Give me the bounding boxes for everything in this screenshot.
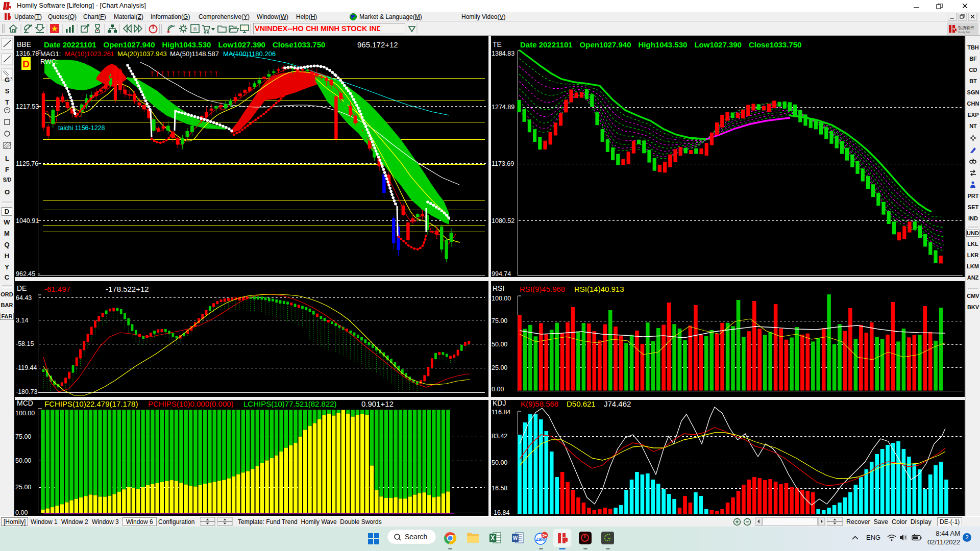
svg-text:962.45: 962.45 [16, 270, 35, 277]
svg-text:1384.83: 1384.83 [492, 50, 514, 57]
svg-text:MA(50)1148.587: MA(50)1148.587 [170, 50, 219, 58]
svg-text:50.00: 50.00 [492, 459, 507, 466]
svg-text:n: n [193, 26, 197, 32]
svg-text:J74.462: J74.462 [604, 400, 631, 408]
svg-text:MCD: MCD [17, 400, 33, 407]
svg-text:taichi 1156-1228: taichi 1156-1228 [58, 124, 105, 132]
svg-text:-119.44: -119.44 [16, 364, 37, 371]
svg-text:FCHIPS(10)22.479(17.178): FCHIPS(10)22.479(17.178) [44, 400, 138, 408]
svg-text:KDJ: KDJ [493, 400, 506, 407]
svg-text:DE: DE [17, 284, 27, 292]
svg-text:75.00: 75.00 [15, 433, 31, 440]
svg-text:MA(20)1037.943: MA(20)1037.943 [117, 50, 167, 58]
svg-text:1217.53: 1217.53 [16, 103, 39, 110]
svg-text:3.14: 3.14 [16, 317, 28, 324]
svg-text:116.84: 116.84 [492, 409, 510, 416]
svg-text:W: W [513, 535, 518, 541]
svg-text:-178.522+12: -178.522+12 [106, 285, 149, 293]
svg-text:0.00: 0.00 [15, 509, 28, 516]
svg-text:-58.15: -58.15 [16, 340, 34, 347]
svg-text:994.74: 994.74 [492, 270, 511, 277]
svg-text:MA(10)1023.261: MA(10)1023.261 [65, 50, 114, 58]
svg-text:5+: 5+ [543, 533, 547, 538]
svg-text:16.58: 16.58 [492, 485, 507, 492]
svg-text:64.43: 64.43 [16, 294, 32, 302]
svg-text:-180.73: -180.73 [16, 388, 37, 395]
svg-text:D50.621: D50.621 [567, 400, 596, 408]
svg-text:1173.69: 1173.69 [492, 160, 514, 167]
svg-text:100.00: 100.00 [492, 295, 511, 302]
svg-text:RSI(9)45.968: RSI(9)45.968 [520, 285, 565, 293]
svg-text:K(9)58.568: K(9)58.568 [521, 400, 558, 408]
svg-text:25.00: 25.00 [492, 364, 507, 371]
svg-text:50.00: 50.00 [492, 341, 507, 348]
svg-text:MA(100)1180.206: MA(100)1180.206 [223, 50, 276, 58]
svg-text:965.172+12: 965.172+12 [357, 40, 398, 49]
svg-text:Date 20221101Open1027.940High1: Date 20221101Open1027.940High1043.530Low… [520, 40, 801, 49]
svg-text:1316.78: 1316.78 [16, 50, 39, 57]
svg-text:TE: TE [493, 40, 502, 48]
svg-text:弘历软件: 弘历软件 [958, 26, 974, 30]
svg-text:100.00: 100.00 [15, 410, 35, 417]
svg-text:83.42: 83.42 [492, 433, 507, 440]
svg-text:0.901+12: 0.901+12 [361, 400, 394, 408]
svg-text:BBE: BBE [17, 40, 31, 48]
svg-text:MAG1:: MAG1: [40, 50, 61, 58]
svg-text:Date 20221101Open1027.940High1: Date 20221101Open1027.940High1043.530Low… [44, 40, 325, 49]
svg-text:Homily Soft: Homily Soft [958, 31, 970, 34]
svg-text:LCHIPS(10)77.521(82.822): LCHIPS(10)77.521(82.822) [243, 400, 337, 408]
svg-text:PCHIPS(10)0.000(0.000): PCHIPS(10)0.000(0.000) [148, 400, 234, 408]
svg-text:1040.91: 1040.91 [16, 217, 39, 224]
svg-text:25.00: 25.00 [15, 484, 31, 491]
svg-text:RWC:: RWC: [40, 58, 58, 65]
svg-text:50.00: 50.00 [15, 457, 31, 464]
svg-text:-61.497: -61.497 [44, 285, 70, 293]
svg-text:RSI(14)40.913: RSI(14)40.913 [574, 285, 624, 293]
svg-text:0.00: 0.00 [492, 386, 504, 393]
svg-text:-16.84: -16.84 [492, 509, 509, 516]
svg-text:RSI: RSI [493, 284, 504, 292]
svg-text:75.00: 75.00 [492, 317, 507, 324]
svg-text:1125.76: 1125.76 [16, 160, 38, 167]
svg-text:D: D [22, 59, 30, 69]
svg-text:1274.89: 1274.89 [492, 104, 514, 111]
svg-text:1080.52: 1080.52 [492, 217, 514, 224]
